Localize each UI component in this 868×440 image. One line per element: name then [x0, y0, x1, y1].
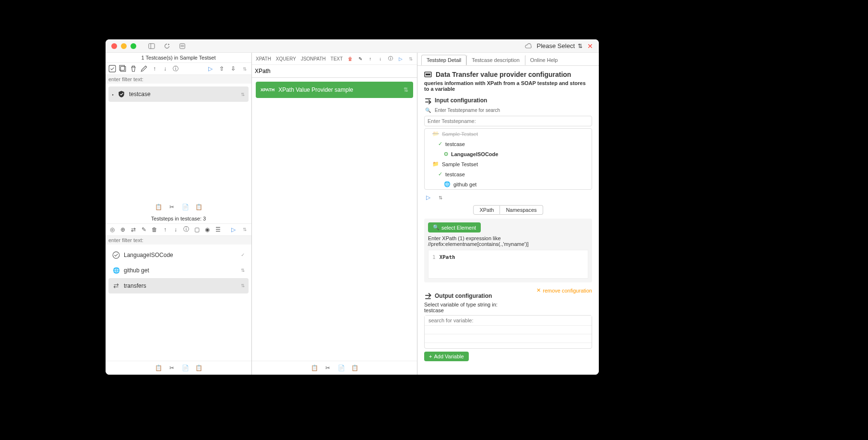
tab-teststep-detail[interactable]: Teststep Detail	[421, 55, 466, 65]
inner-tab-namespaces[interactable]: Namespaces	[500, 205, 543, 215]
tree-testset-2[interactable]: 📁 Sample Testset	[425, 159, 592, 169]
teststep-handle[interactable]: ⇅	[241, 283, 245, 288]
transfer-up-icon[interactable]: ↑	[368, 55, 373, 62]
close-icon[interactable]: ✕	[587, 42, 593, 50]
tab-testcase-description[interactable]: Testcase description	[466, 55, 525, 65]
tree-github-item[interactable]: 🌐 github get	[425, 179, 592, 189]
paste-icon[interactable]: 📄	[337, 364, 345, 372]
chevron-updown-icon: ⇅	[578, 43, 583, 49]
add-variable-button[interactable]: + Add Variable	[424, 352, 469, 361]
output-config-label: Output configuration	[435, 293, 492, 299]
cut-icon[interactable]: ✂	[168, 203, 176, 211]
detector-select[interactable]: Please Select ⇅	[537, 42, 583, 49]
testcase-handle[interactable]: ⇅	[241, 92, 245, 97]
tree-testset-1[interactable]: 📁 Sample Testset	[425, 129, 592, 139]
paste2-icon[interactable]: 📋	[195, 364, 202, 372]
tab-xpath[interactable]: XPATH	[256, 56, 271, 61]
tree-lang-item[interactable]: ⊙ LanguageISOCode	[425, 149, 592, 159]
tree-play-icon[interactable]: ▷	[424, 194, 432, 201]
tab-text[interactable]: Text	[331, 56, 343, 61]
transfer-icon	[112, 282, 120, 290]
paste-icon[interactable]: 📄	[181, 364, 189, 372]
window-close-button[interactable]	[111, 43, 117, 49]
cloud-icon[interactable]	[524, 42, 532, 50]
testcase-shield-icon	[118, 90, 125, 98]
info-icon[interactable]: ⓘ	[172, 65, 179, 73]
step-box-icon[interactable]: ▢	[193, 226, 201, 233]
paste-icon[interactable]: 📄	[181, 203, 189, 211]
inner-tab-xpath[interactable]: XPath	[473, 205, 500, 215]
step-transfer-icon[interactable]: ⇄	[130, 226, 137, 233]
step-list-icon[interactable]: ☰	[214, 226, 222, 233]
cut-icon[interactable]: ✂	[168, 364, 176, 372]
clipboard-copy-icon[interactable]: 📋	[155, 203, 162, 211]
cut-icon[interactable]: ✂	[324, 364, 332, 372]
select-all-icon[interactable]	[108, 65, 116, 73]
list-icon[interactable]	[178, 42, 186, 50]
step-down-icon[interactable]: ↓	[172, 226, 179, 233]
transfer-play-icon[interactable]: ▷	[398, 55, 403, 62]
xpath-item-handle[interactable]: ⇅	[404, 86, 408, 93]
tab-xquery[interactable]: XQUERY	[276, 56, 296, 61]
window-minimize-button[interactable]	[121, 43, 127, 49]
delete-icon[interactable]	[130, 65, 137, 73]
teststep-search-input[interactable]	[424, 116, 592, 126]
step-target-icon[interactable]: ◎	[108, 226, 116, 233]
tree-testcase-1[interactable]: ✓ testcase	[425, 139, 592, 149]
search-hint-row: 🔍 Enter Teststepname for search	[424, 106, 592, 114]
svg-rect-22	[119, 65, 124, 70]
select-element-button[interactable]: 🔍 select Element	[428, 222, 481, 232]
teststep-item-github[interactable]: 🌐 github get ⇅	[108, 263, 249, 278]
sidebar-toggle-icon[interactable]	[148, 42, 155, 50]
paste2-icon[interactable]: 📋	[195, 203, 202, 211]
step-globe-icon[interactable]: ⊕	[119, 226, 127, 233]
refresh-icon[interactable]	[163, 42, 171, 50]
clipboard-copy-icon[interactable]: 📋	[310, 364, 318, 372]
paste2-icon[interactable]: 📋	[351, 364, 358, 372]
step-info-icon[interactable]: ⓘ	[182, 226, 190, 233]
export-icon[interactable]: ⇧	[218, 65, 226, 73]
step-edit-icon[interactable]: ✎	[140, 226, 148, 233]
code-text: XPath	[440, 254, 455, 260]
tab-jsonpath[interactable]: JSONPath	[301, 56, 326, 61]
xpath-name-input[interactable]	[252, 65, 417, 78]
transfer-handle-icon[interactable]: ⇅	[408, 55, 413, 62]
transfer-edit-icon[interactable]: ✎	[357, 55, 363, 62]
transfer-toolbar: XPATH XQUERY JSONPath Text 🗑 ✎ ↑ ↓ ⓘ ▷ ⇅	[252, 53, 417, 65]
up-icon[interactable]: ↑	[151, 65, 158, 73]
teststeps-title: Teststeps in testcase: 3	[106, 214, 251, 224]
handle-icon[interactable]: ⇅	[241, 65, 249, 73]
step-handle-icon[interactable]: ⇅	[241, 226, 249, 233]
teststep-item-lang[interactable]: LanguageISOCode ✓	[108, 247, 249, 263]
transfer-info-icon[interactable]: ⓘ	[388, 55, 393, 62]
down-icon[interactable]: ↓	[161, 65, 169, 73]
output-config-header: Output configuration	[424, 292, 501, 300]
edit-icon[interactable]	[140, 65, 148, 73]
detail-panel: Teststep Detail Testcase description Onl…	[417, 53, 599, 375]
copy-icon[interactable]	[119, 65, 127, 73]
testcase-filter-input[interactable]	[106, 75, 251, 84]
step-circle-icon[interactable]: ◉	[203, 226, 211, 233]
import-icon[interactable]: ⇩	[229, 65, 237, 73]
transfer-delete-icon[interactable]: 🗑	[347, 55, 353, 62]
play-icon[interactable]: ▷	[206, 65, 214, 73]
tree-handle-icon[interactable]: ⇅	[437, 194, 444, 201]
step-up-icon[interactable]: ↑	[161, 226, 169, 233]
testcases-title: 1 Testcase(s) in Sample Testset	[106, 53, 251, 63]
teststep-filter-input[interactable]	[106, 236, 251, 244]
clipboard-copy-icon[interactable]: 📋	[155, 364, 162, 372]
step-play-icon[interactable]: ▷	[229, 226, 237, 233]
xpath-code-editor[interactable]: 1XPath	[428, 250, 588, 279]
variable-search-input[interactable]	[425, 316, 592, 326]
teststep-item-transfers[interactable]: transfers ⇅	[108, 278, 249, 293]
tree-testcase-2[interactable]: ✓ testcase	[425, 169, 592, 179]
xpath-provider-item[interactable]: XPATH XPath Value Provider sample ⇅	[256, 82, 413, 98]
step-delete-icon[interactable]: 🗑	[151, 226, 158, 233]
transfer-panel: XPATH XQUERY JSONPath Text 🗑 ✎ ↑ ↓ ⓘ ▷ ⇅…	[252, 53, 417, 375]
transfer-down-icon[interactable]: ↓	[378, 55, 383, 62]
testcase-item[interactable]: ▸ testcase ⇅	[108, 86, 249, 102]
remove-config-link[interactable]: ✕ remove configuration	[536, 287, 592, 293]
teststep-handle[interactable]: ⇅	[241, 268, 245, 273]
tab-online-help[interactable]: Online Help	[525, 55, 563, 65]
window-zoom-button[interactable]	[131, 43, 136, 49]
